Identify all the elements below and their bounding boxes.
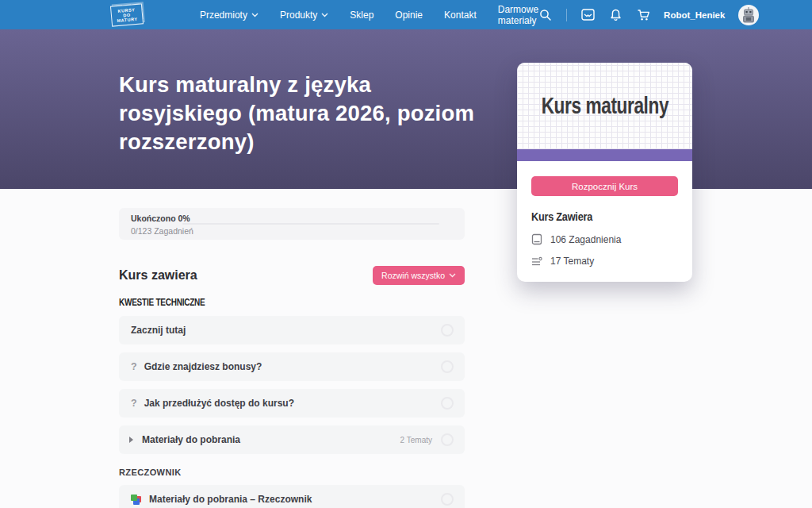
- chevron-down-icon: [251, 13, 259, 17]
- course-meta-sections: 17 Tematy: [531, 256, 678, 267]
- topic-count-badge: 2 Tematy: [400, 436, 432, 444]
- nav-link-produkty[interactable]: Produkty: [280, 10, 328, 21]
- main-nav: Przedmioty Produkty Sklep Opinie Kontakt…: [200, 4, 538, 26]
- nav-link-opinie[interactable]: Opinie: [395, 10, 423, 21]
- search-icon[interactable]: [538, 8, 553, 22]
- username[interactable]: Robot_Heniek: [664, 10, 725, 20]
- course-meta-label: 106 Zagadnienia: [550, 234, 621, 245]
- course-meta-label: 17 Tematy: [550, 256, 594, 267]
- nav-label: Sklep: [350, 10, 373, 21]
- lesson-label: Jak przedłużyć dostęp do kursu?: [144, 398, 294, 409]
- completion-circle[interactable]: [441, 360, 454, 373]
- course-card-accent-bar: [517, 149, 692, 161]
- section-title-rzeczownik: RZECZOWNIK: [119, 468, 812, 477]
- course-card-body: Rozpocznij Kurs Kurs Zawiera 106 Zagadni…: [517, 161, 692, 267]
- lesson-label: Zacznij tutaj: [131, 325, 186, 336]
- question-icon: ?: [131, 398, 137, 409]
- nav-link-kontakt[interactable]: Kontakt: [444, 10, 477, 21]
- completion-circle[interactable]: [441, 433, 454, 446]
- chevron-down-icon: [321, 13, 328, 17]
- lesson-label: Materiały do pobrania: [142, 434, 240, 445]
- expand-all-label: Rozwiń wszystko: [381, 271, 445, 280]
- section-title-kwestie-techniczne: KWESTIE TECHNICZNE: [119, 297, 673, 308]
- navbar-divider: [566, 9, 567, 21]
- course-card-title: Kurs maturalny: [541, 93, 668, 119]
- page-title: Kurs maturalny z języka rosyjskiego (mat…: [119, 71, 500, 156]
- materials-icon: [131, 495, 142, 505]
- expand-arrow-icon: [129, 437, 133, 443]
- inbox-icon[interactable]: [580, 8, 595, 22]
- completion-circle[interactable]: [441, 397, 454, 410]
- expand-all-button[interactable]: Rozwiń wszystko: [373, 266, 465, 285]
- site-logo[interactable]: KURSY DO MATURY: [110, 3, 144, 26]
- avatar[interactable]: [738, 5, 759, 25]
- nav-label: Opinie: [395, 10, 423, 21]
- start-course-button[interactable]: Rozpocznij Kurs: [531, 176, 678, 196]
- robot-avatar-icon: [741, 7, 756, 23]
- lesson-item-jak-przedluzyc-dostep[interactable]: ? Jak przedłużyć dostęp do kursu?: [119, 389, 465, 418]
- lesson-item-materialy-do-pobrania[interactable]: Materiały do pobrania 2 Tematy: [119, 425, 465, 454]
- course-card-header: Kurs maturalny: [517, 63, 692, 149]
- lesson-label: Gdzie znajdziesz bonusy?: [144, 361, 262, 372]
- progress-box: Ukończono 0% 0/123 Zagadnień: [119, 208, 465, 240]
- completion-circle[interactable]: [441, 493, 454, 506]
- cart-icon[interactable]: [636, 8, 650, 22]
- lesson-item-materialy-rzeczownik[interactable]: Materiały do pobrania – Rzeczownik: [119, 485, 465, 508]
- top-navbar: KURSY DO MATURY Przedmioty Produkty Skle…: [0, 0, 812, 29]
- bell-icon[interactable]: [608, 8, 622, 22]
- nav-label: Darmowe materiały: [498, 4, 538, 26]
- course-contents-header: Kurs zawiera Rozwiń wszystko: [119, 266, 465, 285]
- nav-label: Produkty: [280, 10, 317, 21]
- navbar-right: Robot_Heniek: [538, 5, 759, 25]
- lesson-item-gdzie-znajdziesz-bonusy[interactable]: ? Gdzie znajdziesz bonusy?: [119, 352, 465, 381]
- completion-circle[interactable]: [441, 324, 454, 337]
- course-contains-heading: Kurs Zawiera: [531, 210, 656, 223]
- progress-bar: [182, 223, 439, 225]
- nav-label: Przedmioty: [200, 10, 247, 21]
- progress-count-label: 0/123 Zagadnień: [131, 226, 453, 236]
- course-contents-heading: Kurs zawiera: [119, 268, 197, 283]
- nav-link-darmowe-materialy[interactable]: Darmowe materiały: [498, 4, 538, 26]
- book-icon: [531, 233, 542, 245]
- list-icon: [531, 256, 542, 267]
- nav-label: Kontakt: [444, 10, 477, 21]
- course-meta-topics: 106 Zagadnienia: [531, 233, 678, 245]
- nav-link-przedmioty[interactable]: Przedmioty: [200, 10, 259, 21]
- lesson-label: Materiały do pobrania – Rzeczownik: [149, 494, 312, 505]
- chevron-down-icon: [449, 273, 456, 278]
- lesson-item-zacznij-tutaj[interactable]: Zacznij tutaj: [119, 316, 465, 344]
- question-icon: ?: [131, 361, 137, 372]
- progress-completed-label: Ukończono 0%: [131, 214, 453, 223]
- course-card: Kurs maturalny Rozpocznij Kurs Kurs Zawi…: [517, 63, 692, 282]
- nav-link-sklep[interactable]: Sklep: [350, 10, 373, 21]
